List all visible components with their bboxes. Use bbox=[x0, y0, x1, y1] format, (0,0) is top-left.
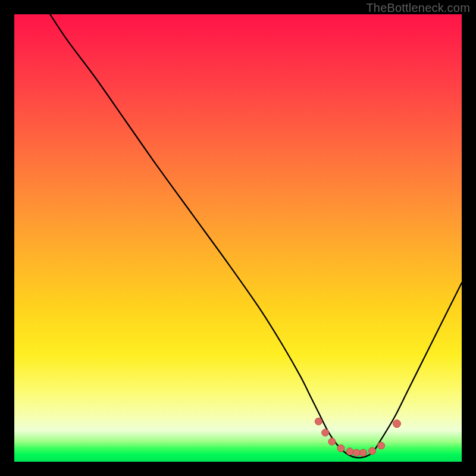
trough-marker-dot bbox=[337, 444, 345, 452]
bottleneck-curve bbox=[50, 14, 462, 458]
trough-marker-dot bbox=[328, 438, 336, 445]
trough-marker-dot bbox=[353, 449, 360, 456]
chart-svg bbox=[14, 14, 462, 462]
chart-frame: TheBottleneck.com bbox=[0, 0, 476, 476]
trough-marker-dot bbox=[378, 442, 385, 449]
plot-area bbox=[14, 14, 462, 462]
trough-markers bbox=[315, 418, 400, 456]
trough-marker-dot bbox=[369, 447, 376, 455]
watermark-text: TheBottleneck.com bbox=[366, 1, 470, 15]
trough-marker-dot bbox=[322, 429, 329, 436]
trough-marker-dot bbox=[360, 449, 367, 456]
trough-marker-dot bbox=[315, 418, 322, 425]
trough-marker-dot bbox=[346, 448, 353, 455]
trough-marker-dot bbox=[393, 420, 400, 428]
